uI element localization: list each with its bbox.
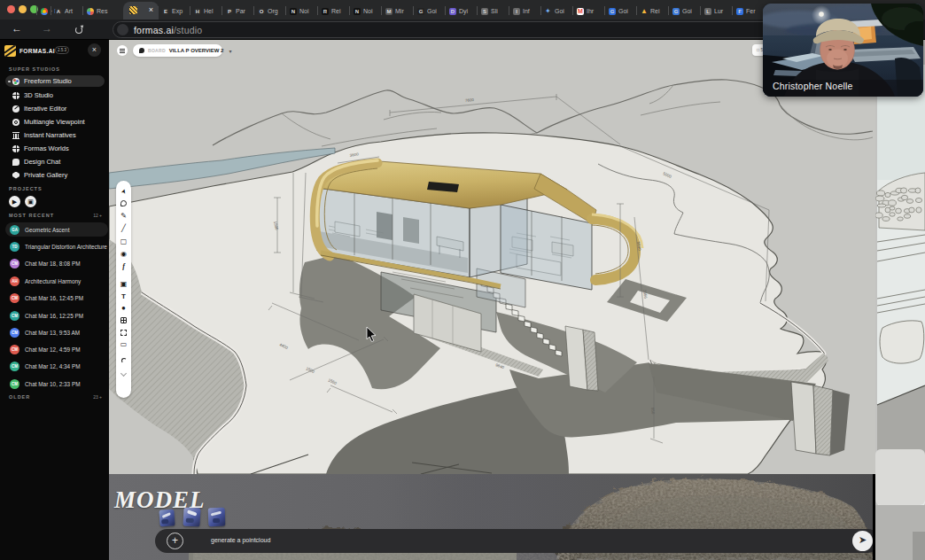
svg-text:550: 550: [650, 408, 656, 415]
svg-text:3600: 3600: [349, 152, 359, 158]
svg-text:1500: 1500: [306, 366, 316, 374]
svg-text:2856: 2856: [642, 289, 648, 299]
svg-text:5000: 5000: [663, 171, 673, 179]
svg-text:7600: 7600: [465, 97, 475, 103]
svg-text:1560: 1560: [328, 377, 338, 385]
svg-text:9840: 9840: [495, 362, 506, 369]
svg-text:4400: 4400: [279, 342, 290, 350]
svg-text:1500: 1500: [273, 221, 279, 230]
